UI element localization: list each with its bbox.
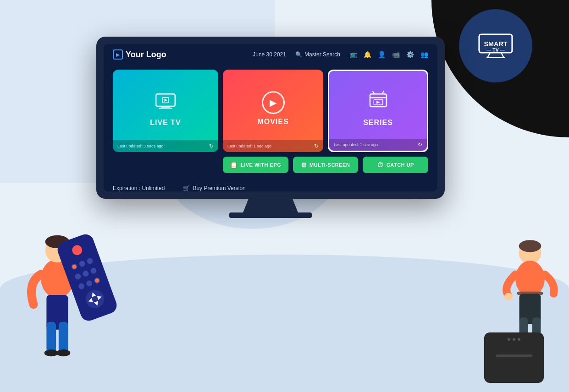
live-tv-footer: Last updated: 3 secs ago ↻	[113, 140, 218, 152]
movies-label: MOVIES	[257, 118, 288, 126]
catch-up-icon: ⏱	[377, 161, 384, 169]
svg-marker-10	[165, 98, 168, 102]
buy-premium-label: Buy Premium Version	[193, 185, 245, 191]
live-tv-icon	[154, 90, 177, 115]
dot-1	[508, 338, 510, 341]
bell-icon[interactable]: 🔔	[364, 51, 371, 58]
action-buttons-grid: 📋 LIVE WITH EPG ⊞ MULTI-SCREEN ⏱ CATCH U…	[223, 157, 428, 173]
cart-icon: 🛒	[183, 185, 190, 191]
smart-tv-badge: SMART — TV —	[459, 9, 532, 82]
svg-text:— TV —: — TV —	[486, 48, 505, 53]
svg-rect-22	[46, 322, 56, 352]
smart-tv-icon: SMART — TV —	[477, 33, 514, 58]
tv-stand	[243, 199, 298, 212]
tv-header-icons: 📺 🔔 👤 📹 ⚙️ 👥	[349, 51, 428, 58]
live-tv-refresh[interactable]: ↻	[209, 143, 214, 149]
expiration-value: Unlimited	[142, 185, 165, 191]
tv-header: ▶ Your Logo June 30,2021 🔍 Master Search…	[104, 44, 437, 65]
multi-screen-label: MULTI-SCREEN	[309, 162, 350, 168]
epg-icon: 📋	[230, 161, 238, 169]
series-label: SERIES	[363, 119, 393, 127]
tv-base	[229, 212, 312, 218]
dot-3	[518, 338, 520, 341]
expiration-text: Expiration : Unlimited	[113, 185, 165, 191]
svg-point-45	[519, 240, 541, 252]
series-update: Last updated: 1 sec ago	[334, 142, 378, 147]
expiration-row: Expiration : Unlimited 🛒 Buy Premium Ver…	[104, 180, 437, 191]
tv-date: June 30,2021	[253, 51, 286, 58]
movies-update: Last updated: 1 sec ago	[227, 144, 271, 148]
tv-content: LIVE TV Last updated: 3 secs ago ↻ ▶ MOV…	[104, 65, 437, 180]
svg-point-25	[56, 349, 70, 356]
live-tv-label: LIVE TV	[150, 119, 181, 127]
users-icon[interactable]: 👥	[420, 51, 428, 58]
expiration-label: Expiration :	[113, 185, 140, 191]
series-refresh[interactable]: ↻	[418, 142, 422, 148]
movies-play-icon: ▶	[262, 91, 285, 114]
live-tv-card[interactable]: LIVE TV Last updated: 3 secs ago ↻	[113, 70, 218, 152]
movies-card[interactable]: ▶ MOVIES Last updated: 1 sec ago ↻	[223, 70, 323, 152]
svg-point-53	[504, 293, 513, 300]
user-icon[interactable]: 👤	[378, 51, 386, 58]
svg-rect-8	[159, 108, 172, 109]
logo-text: Your Logo	[126, 50, 166, 60]
svg-point-24	[44, 349, 58, 356]
svg-rect-23	[59, 322, 68, 352]
svg-text:SMART: SMART	[484, 40, 507, 48]
svg-marker-16	[376, 101, 380, 104]
camera-icon[interactable]: 📹	[392, 51, 400, 58]
live-with-epg-button[interactable]: 📋 LIVE WITH EPG	[223, 157, 288, 173]
svg-point-46	[515, 261, 545, 297]
tv-monitor: ▶ Your Logo June 30,2021 🔍 Master Search…	[96, 37, 445, 218]
live-tv-update: Last updated: 3 secs ago	[117, 144, 164, 148]
tv-frame: ▶ Your Logo June 30,2021 🔍 Master Search…	[96, 37, 445, 199]
movies-footer: Last updated: 1 sec ago ↻	[223, 140, 323, 152]
series-footer: Last updated: 1 sec ago ↻	[329, 139, 427, 151]
movies-refresh[interactable]: ↻	[314, 143, 319, 149]
tv-search[interactable]: 🔍 Master Search	[295, 51, 340, 58]
tv-logo: ▶ Your Logo	[113, 49, 243, 60]
tv-channel-icon[interactable]: 📺	[349, 51, 357, 58]
catch-up-label: CATCH UP	[387, 162, 414, 168]
set-top-box-bar	[496, 354, 532, 357]
gear-icon[interactable]: ⚙️	[406, 51, 414, 58]
series-icon	[367, 90, 390, 115]
search-icon: 🔍	[295, 51, 302, 58]
svg-rect-7	[161, 106, 170, 108]
dot-2	[513, 338, 515, 341]
set-top-box	[484, 332, 544, 383]
set-top-box-dots	[508, 338, 520, 341]
tv-screen: ▶ Your Logo June 30,2021 🔍 Master Search…	[104, 44, 437, 191]
buy-premium-button[interactable]: 🛒 Buy Premium Version	[183, 185, 245, 191]
multi-screen-button[interactable]: ⊞ MULTI-SCREEN	[293, 157, 359, 173]
series-card[interactable]: SERIES Last updated: 1 sec ago ↻	[328, 70, 428, 152]
main-cards-grid: LIVE TV Last updated: 3 secs ago ↻ ▶ MOV…	[113, 70, 428, 152]
live-epg-label: LIVE WITH EPG	[241, 162, 281, 168]
multi-screen-icon: ⊞	[301, 161, 307, 169]
logo-play-icon: ▶	[113, 49, 123, 60]
search-text: Master Search	[304, 51, 340, 58]
catch-up-button[interactable]: ⏱ CATCH UP	[363, 157, 428, 173]
